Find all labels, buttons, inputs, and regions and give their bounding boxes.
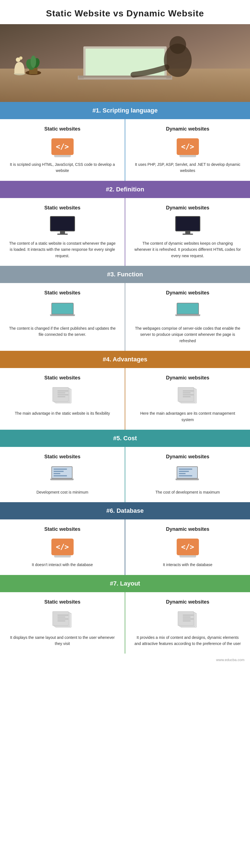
comparison-row-advantages: Static websites The main ad [0, 368, 250, 430]
dynamic-text-layout: It provides a mix of content and designs… [134, 634, 242, 647]
laptop-teal-static [52, 303, 73, 318]
dynamic-title-database: Dynamic websites [134, 526, 242, 532]
static-text-cost: Development cost is minimum [8, 489, 116, 495]
static-icon-layout [49, 610, 76, 629]
dynamic-text-database: It interacts with the database [134, 562, 242, 568]
dynamic-col-cost: Dynamic websites [125, 447, 250, 502]
footer-url: www.educba.com [216, 658, 245, 662]
dynamic-icon-database: </> [174, 537, 202, 557]
dynamic-col-definition: Dynamic websites The content of dynamic … [125, 198, 250, 266]
static-text-scripting: It is scripted using HTML, JavaScript, C… [8, 161, 116, 174]
monitor-icon-dynamic-def [175, 216, 200, 235]
dynamic-col-layout: Dynamic websites It provide [125, 592, 250, 654]
dynamic-title-definition: Dynamic websites [134, 205, 242, 211]
dynamic-icon-layout [174, 610, 202, 629]
dynamic-col-function: Dynamic websites The webpages comprise o… [125, 283, 250, 351]
section-header-definition: #2. Definition [0, 181, 250, 198]
section-definition: #2. Definition Static websites The conte… [0, 181, 250, 266]
dynamic-icon-advantages [174, 386, 202, 405]
section-header-function: #3. Function [0, 266, 250, 283]
dynamic-icon-cost [174, 465, 202, 484]
static-col-definition: Static websites The content of a static … [0, 198, 125, 266]
comparison-row-scripting: Static websites </> It is scripted using… [0, 119, 250, 181]
dynamic-title-scripting: Dynamic websites [134, 126, 242, 132]
static-title-layout: Static websites [8, 599, 116, 605]
static-text-function: The content is changed if the client pub… [8, 325, 116, 338]
dynamic-icon-scripting: </> [174, 137, 202, 156]
static-icon-function [49, 301, 76, 320]
dynamic-icon-definition [174, 216, 202, 235]
code-icon-static-scripting: </> [52, 138, 73, 155]
section-database: #6. Database Static websites </> It does… [0, 502, 250, 575]
dynamic-title-function: Dynamic websites [134, 290, 242, 296]
section-layout: #7. Layout Static websites [0, 575, 250, 654]
sections-container: #1. Scripting language Static websites <… [0, 102, 250, 654]
static-text-database: It doesn't interact with the database [8, 562, 116, 568]
section-advantages: #4. Advantages Static websites [0, 351, 250, 430]
static-icon-scripting: </> [49, 137, 76, 156]
static-title-cost: Static websites [8, 454, 116, 460]
section-header-database: #6. Database [0, 502, 250, 519]
section-header-advantages: #4. Advantages [0, 351, 250, 368]
static-col-cost: Static websites [0, 447, 125, 502]
comparison-row-function: Static websites The content is changed i… [0, 283, 250, 351]
monitor-icon-static-def [50, 216, 75, 235]
section-header-layout: #7. Layout [0, 575, 250, 592]
page-title: Static Website vs Dynamic Website [0, 0, 250, 24]
static-col-scripting: Static websites </> It is scripted using… [0, 119, 125, 181]
dynamic-col-database: Dynamic websites </> It interacts with t… [125, 519, 250, 575]
static-title-function: Static websites [8, 290, 116, 296]
dynamic-text-function: The webpages comprise of server-side cod… [134, 325, 242, 344]
comparison-row-cost: Static websites [0, 447, 250, 502]
static-title-database: Static websites [8, 526, 116, 532]
static-icon-database: </> [49, 537, 76, 557]
svg-rect-5 [79, 75, 171, 78]
dynamic-title-cost: Dynamic websites [134, 454, 242, 460]
code-icon-dynamic-database: </> [177, 538, 199, 555]
static-col-database: Static websites </> It doesn't interact … [0, 519, 125, 575]
svg-point-7 [169, 36, 186, 54]
static-title-advantages: Static websites [8, 375, 116, 381]
static-title-scripting: Static websites [8, 126, 116, 132]
static-col-function: Static websites The content is changed i… [0, 283, 125, 351]
dynamic-icon-function [174, 301, 202, 320]
static-title-definition: Static websites [8, 205, 116, 211]
static-icon-definition [49, 216, 76, 235]
static-text-advantages: The main advantage in the static website… [8, 410, 116, 416]
code-icon-static-database: </> [52, 538, 73, 555]
files-icon-dynamic-layout [177, 611, 199, 628]
cost-icon-static [52, 466, 73, 483]
files-icon-static-layout [52, 611, 73, 628]
dynamic-text-scripting: It uses PHP, JSP, ASP, Servlet, and .NET… [134, 161, 242, 174]
dynamic-col-scripting: Dynamic websites </> It uses PHP, JSP, A… [125, 119, 250, 181]
comparison-row-definition: Static websites The content of a static … [0, 198, 250, 266]
dynamic-title-advantages: Dynamic websites [134, 375, 242, 381]
footer: www.educba.com [0, 654, 250, 666]
static-icon-advantages [49, 386, 76, 405]
dynamic-col-advantages: Dynamic websites Here the m [125, 368, 250, 430]
section-scripting: #1. Scripting language Static websites <… [0, 102, 250, 181]
svg-point-12 [31, 56, 36, 68]
section-cost: #5. Cost Static websites [0, 430, 250, 502]
cost-icon-dynamic [177, 466, 199, 483]
files-icon-dynamic [177, 387, 199, 404]
hero-image [0, 24, 250, 102]
section-function: #3. Function Static websites The content… [0, 266, 250, 351]
static-col-advantages: Static websites The main ad [0, 368, 125, 430]
section-header-cost: #5. Cost [0, 430, 250, 447]
files-icon-static [52, 387, 73, 404]
dynamic-text-definition: The content of dynamic websites keeps on… [134, 240, 242, 259]
laptop-teal-dynamic [177, 303, 199, 318]
static-text-layout: It displays the same layout and content … [8, 634, 116, 647]
hero-svg [0, 24, 250, 102]
comparison-row-layout: Static websites It displays [0, 592, 250, 654]
section-header-scripting: #1. Scripting language [0, 102, 250, 119]
static-col-layout: Static websites It displays [0, 592, 125, 654]
dynamic-title-layout: Dynamic websites [134, 599, 242, 605]
svg-point-15 [19, 56, 23, 60]
dynamic-text-advantages: Here the main advantages are its content… [134, 410, 242, 423]
static-icon-cost [49, 465, 76, 484]
dynamic-text-cost: The cost of development is maximum [134, 489, 242, 495]
code-icon-dynamic-scripting: </> [177, 138, 199, 155]
comparison-row-database: Static websites </> It doesn't interact … [0, 519, 250, 575]
